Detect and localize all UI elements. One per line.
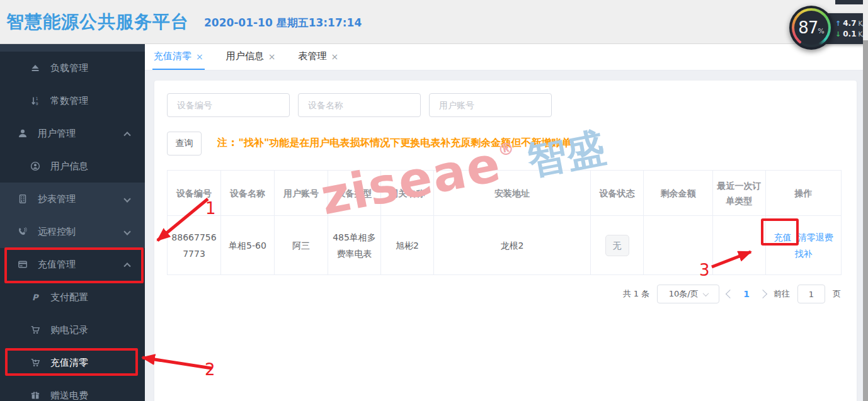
table-header-row: 设备编号 设备名称 用户账号 设备类型 网关名称 安装地址 设备状态 剩余金额 … xyxy=(168,171,842,216)
device-table: 设备编号 设备名称 用户账号 设备类型 网关名称 安装地址 设备状态 剩余金额 … xyxy=(167,170,842,275)
sidebar-item-remote-control[interactable]: 远程控制 xyxy=(0,215,145,248)
filter-row xyxy=(167,93,552,117)
sidebar-item-label: 充值管理 xyxy=(38,259,76,271)
chevron-up-icon xyxy=(123,263,130,269)
col-actions: 操作 xyxy=(766,171,842,216)
col-device-number: 设备编号 xyxy=(168,171,221,216)
sidebar-item-user-management[interactable]: 用户管理 xyxy=(0,117,145,150)
sidebar-item-user-info[interactable]: 用户信息 xyxy=(0,150,145,183)
sidebar-item-label: 购电记录 xyxy=(50,324,88,336)
sidebar-item-label: 支付配置 xyxy=(50,291,88,303)
recharge-link[interactable]: 充值 xyxy=(774,232,792,242)
gift-icon xyxy=(29,390,42,400)
sidebar-item-label: 充值清零 xyxy=(50,357,88,369)
chevron-down-icon xyxy=(123,195,130,202)
col-device-type: 设备类型 xyxy=(328,171,381,216)
sidebar-item-label: 负载管理 xyxy=(50,62,88,74)
cell-remaining-amount xyxy=(644,216,713,275)
page-size-value: 10条/页 xyxy=(669,288,699,300)
tab-label: 用户信息 xyxy=(226,50,264,62)
close-icon[interactable]: × xyxy=(331,52,338,62)
sidebar-item-gift-electricity[interactable]: 赠送电费 xyxy=(0,379,145,401)
cell-device-type: 485单相多费率电表 xyxy=(328,216,381,275)
phone-icon xyxy=(16,227,29,237)
goto-page-input[interactable] xyxy=(797,285,825,303)
content-area: 查询 注 : "找补"功能是在用户电表损坏情况下更换电表补充原剩余金额但不新增账… xyxy=(145,71,863,401)
device-name-input[interactable] xyxy=(298,93,421,117)
tab-bar: 充值清零 × 用户信息 × 表管理 × xyxy=(145,44,863,71)
upload-arrow-icon: ↑ xyxy=(835,20,841,28)
sort-numeric-icon: 1 9 xyxy=(29,96,42,106)
sidebar-item-label: 用户信息 xyxy=(50,161,88,172)
sidebar-item-meter-reading[interactable]: 抄表管理 xyxy=(0,183,145,215)
makeup-link[interactable]: 找补 xyxy=(795,249,813,259)
sidebar-item-payment-config[interactable]: P 支付配置 xyxy=(0,281,145,313)
sidebar-item-constant-management[interactable]: 1 9 常数管理 xyxy=(0,84,145,117)
app-title: 智慧能源公共服务平台 xyxy=(6,10,189,34)
cart-icon xyxy=(29,325,42,335)
battery-percent: 87 xyxy=(798,18,818,37)
tab-user-info[interactable]: 用户信息 × xyxy=(225,44,277,70)
tab-meter-management[interactable]: 表管理 × xyxy=(297,44,340,70)
chevron-up-icon xyxy=(123,132,130,138)
sidebar-item-recharge-management[interactable]: 充值管理 xyxy=(0,248,145,281)
svg-text:P: P xyxy=(32,293,39,302)
svg-text:9: 9 xyxy=(36,101,38,106)
user-circle-icon xyxy=(29,161,42,171)
pagination: 共 1 条 10条/页 1 前往 页 xyxy=(623,285,841,303)
table-row: 886677567773 单相5-60 阿三 485单相多费率电表 旭彬2 龙根… xyxy=(168,216,842,275)
user-account-input[interactable] xyxy=(429,93,552,117)
battery-percent-unit: % xyxy=(818,27,824,35)
prev-page-icon[interactable] xyxy=(726,290,734,298)
sidebar-item-load-management[interactable]: 负载管理 xyxy=(0,52,145,84)
goto-unit: 页 xyxy=(833,288,841,300)
goto-label: 前往 xyxy=(774,288,790,300)
tab-recharge-reset[interactable]: 充值清零 × xyxy=(152,44,205,70)
chevron-down-icon xyxy=(123,228,130,235)
close-icon[interactable]: × xyxy=(196,52,203,62)
col-last-order-type: 最近一次订单类型 xyxy=(713,171,766,216)
cart-download-icon xyxy=(29,358,42,368)
app-header: 智慧能源公共服务平台 2020-01-10 星期五13:17:14 xyxy=(0,0,868,44)
cell-last-order-type xyxy=(713,216,766,275)
col-user-account: 用户账号 xyxy=(275,171,328,216)
query-button[interactable]: 查询 xyxy=(167,132,202,155)
sidebar-item-purchase-records[interactable]: 购电记录 xyxy=(0,313,145,346)
next-page-icon[interactable] xyxy=(758,290,767,298)
sidebar-item-label: 用户管理 xyxy=(38,128,76,140)
user-icon xyxy=(16,128,29,138)
battery-gauge-widget[interactable]: 87 % xyxy=(789,6,833,50)
download-speed-value: 0.1 xyxy=(843,30,856,38)
total-count: 共 1 条 xyxy=(623,288,650,300)
col-device-name: 设备名称 xyxy=(221,171,275,216)
gauge-ring: 87 % xyxy=(792,8,831,47)
page-size-select[interactable]: 10条/页 xyxy=(657,285,719,303)
sidebar-item-label: 常数管理 xyxy=(50,95,88,107)
cell-gateway-name: 旭彬2 xyxy=(381,216,434,275)
sidebar-item-label: 远程控制 xyxy=(38,226,76,238)
sidebar-item-label: 赠送电费 xyxy=(50,390,88,401)
close-icon[interactable]: × xyxy=(268,52,276,62)
reset-refund-link[interactable]: 清零退费 xyxy=(798,232,833,242)
col-gateway-name: 网关名称 xyxy=(381,171,434,216)
chevron-down-icon xyxy=(702,290,709,297)
cell-device-status: 无 xyxy=(591,216,644,275)
cell-user-account: 阿三 xyxy=(275,216,328,275)
tab-label: 表管理 xyxy=(298,50,326,62)
cell-actions: 充值清零退费 找补 xyxy=(766,216,842,275)
scrollbar-thumb[interactable] xyxy=(863,40,868,401)
status-badge: 无 xyxy=(605,235,629,256)
cell-device-number: 886677567773 xyxy=(168,216,221,275)
page-number[interactable]: 1 xyxy=(741,289,752,299)
vertical-scrollbar xyxy=(863,0,868,401)
device-number-input[interactable] xyxy=(167,93,290,117)
col-install-address: 安装地址 xyxy=(434,171,591,216)
eject-icon xyxy=(29,63,42,73)
sidebar-item-label: 抄表管理 xyxy=(38,193,76,205)
col-remaining-amount: 剩余金额 xyxy=(644,171,713,216)
credit-card-icon xyxy=(16,259,29,269)
download-arrow-icon: ↓ xyxy=(835,30,841,38)
paypal-icon: P xyxy=(29,292,42,302)
upload-speed-value: 4.7 xyxy=(843,19,856,28)
sidebar-item-recharge-reset[interactable]: 充值清零 xyxy=(0,346,145,379)
